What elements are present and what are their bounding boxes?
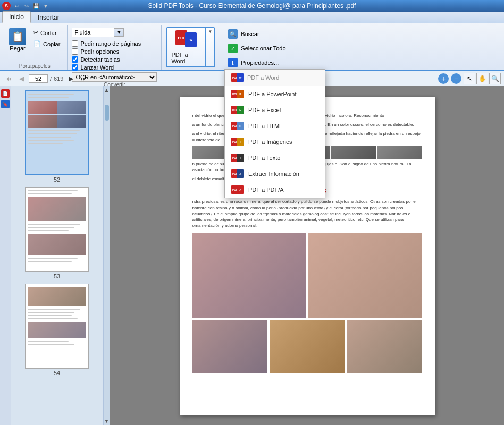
- dropdown-item-texto[interactable]: PDF T PDF a Texto: [225, 150, 325, 166]
- thumb-img-54: [25, 284, 89, 369]
- pdfa-icon: PDF A: [231, 184, 244, 195]
- left-icon-strip: 📄 🔖: [0, 86, 11, 425]
- dropdown-item-excel[interactable]: PDF E PDF a Excel: [225, 102, 325, 118]
- quick-access-toolbar: ↩ ↪ 💾 ▼: [13, 2, 50, 10]
- paste-icon: 📋: [9, 28, 26, 45]
- thumb-label-52: 52: [54, 176, 60, 183]
- dropdown-header: PDF W PDF a Word: [225, 70, 325, 86]
- buscar-label: Buscar: [241, 31, 259, 37]
- tab-inicio[interactable]: Inicio: [2, 11, 31, 23]
- thumbnail-53[interactable]: 53: [13, 187, 101, 279]
- thumb-label-54: 54: [54, 370, 60, 376]
- thumb-img-52: [25, 90, 89, 175]
- view-mode-buttons: ↖ ✋ 🔍: [464, 73, 501, 84]
- excel-label: PDF a Excel: [248, 107, 281, 113]
- fluida-input[interactable]: [72, 28, 114, 37]
- copy-button[interactable]: 📄 Copiar: [31, 39, 63, 49]
- pdf-word-group-label: [166, 69, 215, 70]
- buscar-icon: 🔍: [228, 29, 238, 39]
- ribbon-tabs: Inicio Insertar: [0, 12, 504, 23]
- texto-label: PDF a Texto: [248, 155, 280, 161]
- checkbox-pedir-rango: Pedir rango de páginas: [72, 40, 157, 47]
- doc-body-text: ndra preciosa, es una roca o mineral que…: [192, 199, 422, 228]
- pdf-conversion-dropdown: PDF W PDF a Word PDF P PDF a PowerPoint …: [224, 69, 325, 198]
- quick-access-save[interactable]: 💾: [32, 2, 40, 10]
- fluida-select-row: ▼: [72, 26, 124, 37]
- zoom-mode-button[interactable]: 🔍: [489, 73, 501, 84]
- scroll-thumb[interactable]: [105, 105, 109, 121]
- powerpoint-icon: PDF P: [231, 89, 244, 99]
- page-number-input[interactable]: [29, 74, 48, 83]
- cursor-mode-button[interactable]: ↖: [464, 73, 475, 84]
- propiedades-icon: ℹ: [228, 58, 238, 67]
- dropdown-item-pdfa[interactable]: PDF A PDF a PDF/A: [225, 182, 325, 198]
- dropdown-header-label: PDF a Word: [247, 74, 279, 81]
- next-page-button[interactable]: ▶: [65, 73, 76, 84]
- first-page-button[interactable]: ⏮: [3, 73, 14, 84]
- quick-access-btn-1[interactable]: ↩: [13, 2, 21, 10]
- prev-page-button[interactable]: ◀: [16, 73, 27, 84]
- seleccionar-todo-button[interactable]: ✓ Seleccionar Todo: [224, 42, 289, 55]
- excel-icon: PDF E: [231, 105, 244, 115]
- ribbon-group-right: 🔍 Buscar ✓ Seleccionar Todo ℹ Propiedade…: [220, 26, 293, 70]
- dropdown-item-extraer[interactable]: PDF X Extraer Información: [225, 166, 325, 182]
- title-bar: S ↩ ↪ 💾 ▼ Solid PDF Tools - Curso Elemen…: [0, 0, 504, 12]
- scroll-down-arrow[interactable]: ▼: [103, 417, 111, 425]
- detectar-tablas-checkbox[interactable]: [72, 56, 78, 63]
- extraer-icon: PDF X: [231, 168, 244, 179]
- scissors-icon: ✂: [33, 29, 38, 36]
- pdf-to-word-button[interactable]: PDF W PDF a Word: [167, 28, 205, 66]
- thumbnail-54[interactable]: 54: [13, 284, 101, 376]
- main-content: 📄 🔖: [0, 86, 504, 425]
- ribbon-group-portapapeles: 📋 Pegar ✂ Cortar 📄 Copiar portapapeles: [2, 26, 68, 70]
- sidebar-scrollbar[interactable]: ▲ ▼: [104, 86, 110, 425]
- pedir-rango-checkbox[interactable]: [72, 40, 78, 47]
- html-icon: PDF H: [231, 121, 244, 131]
- paste-button[interactable]: 📋 Pegar: [6, 26, 29, 54]
- doc-bottom-images: [192, 320, 422, 373]
- checkbox-pedir-opciones: Pedir opciones: [72, 48, 157, 55]
- strip-icon-2[interactable]: 🔖: [1, 100, 10, 108]
- propiedades-label: Propiedades...: [241, 60, 279, 66]
- copy-icon: 📄: [33, 40, 41, 47]
- ribbon: 📋 Pegar ✂ Cortar 📄 Copiar portapapeles: [0, 23, 504, 71]
- portapapeles-label: portapapeles: [6, 63, 63, 70]
- window-title: Solid PDF Tools - Curso Elemental de Gem…: [148, 2, 356, 10]
- pedir-opciones-checkbox[interactable]: [72, 48, 78, 55]
- zoom-out-button[interactable]: −: [451, 73, 461, 84]
- dropdown-item-powerpoint[interactable]: PDF P PDF a PowerPoint: [225, 86, 325, 102]
- lanzar-word-checkbox[interactable]: [72, 64, 78, 71]
- app-icon: S: [2, 2, 11, 10]
- scroll-up-arrow[interactable]: ▲: [103, 86, 111, 94]
- propiedades-button[interactable]: ℹ Propiedades...: [224, 56, 289, 69]
- imagenes-icon: PDF I: [231, 137, 244, 147]
- pdf-word-dropdown-button[interactable]: ▼: [205, 28, 214, 66]
- tab-insertar[interactable]: Insertar: [31, 12, 66, 23]
- quick-access-btn-2[interactable]: ↪: [22, 2, 31, 10]
- last-page-button[interactable]: ⏭: [78, 73, 89, 84]
- dropdown-item-imagenes[interactable]: PDF I PDF a Imágenes: [225, 134, 325, 150]
- imagenes-label: PDF a Imágenes: [248, 139, 292, 145]
- dropdown-header-icon: PDF W: [231, 72, 244, 83]
- quick-access-btn-3[interactable]: ▼: [41, 2, 50, 10]
- thumb-label-53: 53: [54, 273, 60, 279]
- dropdown-item-html[interactable]: PDF H PDF a HTML: [225, 118, 325, 134]
- seleccionar-label: Seleccionar Todo: [241, 45, 285, 52]
- buscar-button[interactable]: 🔍 Buscar: [224, 28, 289, 40]
- fluida-dropdown-arrow[interactable]: ▼: [114, 28, 124, 37]
- html-label: PDF a HTML: [248, 123, 282, 129]
- strip-icon-1[interactable]: 📄: [1, 89, 10, 98]
- checkbox-detectar-tablas: Detectar tablas: [72, 56, 157, 63]
- cut-button[interactable]: ✂ Cortar: [31, 28, 63, 38]
- checkbox-lanzar-word: Lanzar Word: [72, 64, 157, 71]
- doc-images-row: [192, 233, 422, 318]
- hand-mode-button[interactable]: ✋: [476, 73, 488, 84]
- seleccionar-icon: ✓: [228, 44, 238, 53]
- ribbon-group-convertir: ▼ Pedir rango de páginas Pedir opciones …: [68, 26, 162, 70]
- total-pages: 619: [54, 75, 63, 82]
- zoom-in-button[interactable]: +: [438, 73, 449, 84]
- thumb-img-53: [25, 187, 89, 272]
- page-thumbnails-sidebar: 52 53: [11, 86, 104, 425]
- texto-icon: PDF T: [231, 152, 244, 163]
- thumbnail-52[interactable]: 52: [13, 90, 101, 183]
